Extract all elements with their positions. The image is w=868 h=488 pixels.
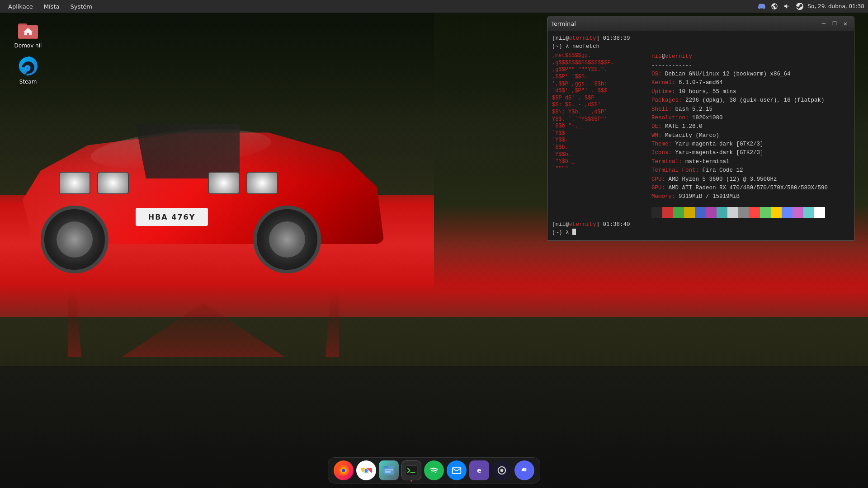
swatch-10 xyxy=(760,207,771,218)
swatch-2 xyxy=(673,207,684,218)
topbar-right: So, 29. dubna, 01:38 xyxy=(757,2,865,11)
svg-rect-17 xyxy=(385,471,391,472)
desktop-icon-steam[interactable]: Steam xyxy=(10,53,46,87)
desktop-icon-home[interactable]: Domov nil xyxy=(10,17,46,51)
tray-datetime: So, 29. dubna, 01:38 xyxy=(808,3,865,9)
terminal-minimize-button[interactable]: ─ xyxy=(819,19,829,28)
swatch-7 xyxy=(727,207,738,218)
taskbar-obs[interactable] xyxy=(492,460,512,480)
terminal-titlebar[interactable]: Terminal ─ □ ✕ xyxy=(547,16,854,31)
terminal-cursor xyxy=(572,229,576,235)
tray-volume-icon[interactable] xyxy=(783,2,792,11)
terminal-window: Terminal ─ □ ✕ [nil@eternity] 01:38:39 (… xyxy=(547,16,854,241)
swatch-8 xyxy=(738,207,749,218)
steam-app-icon xyxy=(17,55,39,77)
swatch-9 xyxy=(749,207,760,218)
taskbar-emacs[interactable]: e xyxy=(469,460,489,480)
tray-discord-icon[interactable] xyxy=(757,2,766,11)
menu-mista[interactable]: Místa xyxy=(39,2,64,11)
swatch-15 xyxy=(814,207,825,218)
svg-rect-16 xyxy=(385,469,393,470)
taskbar-firefox[interactable] xyxy=(334,460,354,480)
terminal-title: Terminal xyxy=(551,20,576,27)
terminal-line-2-prompt: (~) λ xyxy=(552,229,849,237)
tray-network-icon[interactable] xyxy=(770,2,779,11)
color-palette xyxy=(651,207,849,218)
terminal-line-cmd: (~) λ neofetch xyxy=(552,42,849,51)
home-folder-icon xyxy=(17,19,39,41)
terminal-line-1: [nil@eternity] 01:38:39 xyxy=(552,34,849,42)
terminal-window-controls: ─ □ ✕ xyxy=(819,19,850,28)
swatch-11 xyxy=(771,207,782,218)
svg-rect-15 xyxy=(383,466,388,469)
neofetch-art: ,met$$$$$gg. ,g$$$$$$$$$$$$$$$P. ,g$$P""… xyxy=(552,52,642,217)
taskbar-files[interactable] xyxy=(379,460,399,480)
taskbar-discord[interactable] xyxy=(514,460,534,480)
swatch-3 xyxy=(684,207,695,218)
swatch-13 xyxy=(793,207,803,218)
home-folder-label: Domov nil xyxy=(14,42,42,49)
swatch-1 xyxy=(662,207,673,218)
svg-point-27 xyxy=(500,469,504,472)
taskbar: e xyxy=(328,457,540,483)
swatch-14 xyxy=(803,207,814,218)
svg-rect-18 xyxy=(406,466,417,475)
swatch-6 xyxy=(717,207,727,218)
terminal-line-2-header: [nil@eternity] 01:38:40 xyxy=(552,221,849,229)
swatch-0 xyxy=(651,207,662,218)
svg-point-6 xyxy=(26,67,28,70)
svg-point-13 xyxy=(365,469,368,472)
neofetch-info: nil@eternity ------------ OS: Debian GNU… xyxy=(651,52,849,217)
taskbar-thunderbird[interactable] xyxy=(447,460,467,480)
terminal-close-button[interactable]: ✕ xyxy=(840,19,850,28)
svg-point-9 xyxy=(342,469,345,472)
neofetch-output: ,met$$$$$gg. ,g$$$$$$$$$$$$$$$P. ,g$$P""… xyxy=(552,52,849,217)
taskbar-chrome[interactable] xyxy=(356,460,376,480)
topbar: Aplikace Místa Systém So, 29. xyxy=(0,0,868,13)
menu-aplikace[interactable]: Aplikace xyxy=(4,2,38,11)
terminal-content: [nil@eternity] 01:38:39 (~) λ neofetch ,… xyxy=(547,31,854,240)
svg-text:e: e xyxy=(477,467,481,474)
tray-steam-icon[interactable] xyxy=(795,2,804,11)
swatch-4 xyxy=(695,207,706,218)
steam-label: Steam xyxy=(19,79,37,85)
taskbar-spotify[interactable] xyxy=(424,460,444,480)
topbar-left: Aplikace Místa Systém xyxy=(4,2,97,11)
swatch-12 xyxy=(782,207,793,218)
swatch-5 xyxy=(706,207,717,218)
menu-system[interactable]: Systém xyxy=(66,2,96,11)
terminal-maximize-button[interactable]: □ xyxy=(830,19,840,28)
taskbar-terminal[interactable] xyxy=(401,460,421,480)
